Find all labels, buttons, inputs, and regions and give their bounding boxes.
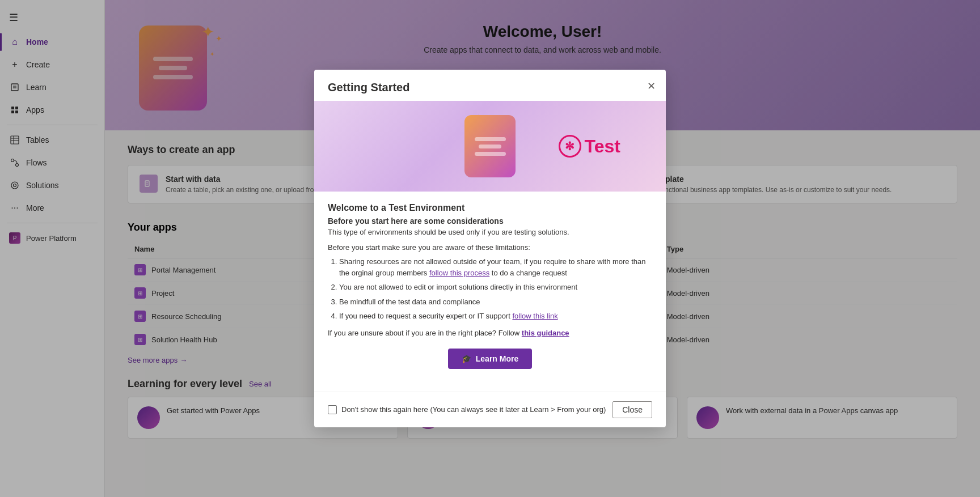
- modal-overlay: Getting Started ✕ ✦ ✦ ✦ ✼ Test: [0, 0, 980, 497]
- close-button[interactable]: Close: [612, 401, 652, 418]
- modal-follow-process-link[interactable]: follow this process: [429, 269, 489, 277]
- modal-list-item-3: Be mindfull of the test data and complia…: [339, 296, 652, 308]
- dont-show-text: Don't show this again here (You can alwa…: [341, 405, 606, 414]
- modal-list-item-4-text: If you need to request a security expert…: [339, 312, 512, 320]
- modal-body: Welcome to a Test Environment Before you…: [314, 192, 666, 392]
- modal-phone-bar-3: [475, 152, 506, 156]
- modal-description: This type of environments should be used…: [328, 228, 652, 236]
- dont-show-label[interactable]: Don't show this again here (You can alwa…: [328, 405, 606, 414]
- modal-phone-bar-2: [479, 145, 501, 148]
- modal-welcome-heading: Welcome to a Test Environment: [328, 203, 652, 213]
- modal-this-guidance-link[interactable]: this guidance: [522, 329, 569, 337]
- learn-more-button[interactable]: 🎓 Learn More: [448, 349, 532, 369]
- test-environment-logo: ✼ Test: [559, 135, 620, 158]
- getting-started-modal: Getting Started ✕ ✦ ✦ ✦ ✼ Test: [314, 70, 666, 427]
- modal-list-item-4: If you need to request a security expert…: [339, 311, 652, 322]
- modal-list-item-2: You are not allowed to edit or import so…: [339, 282, 652, 293]
- test-logo-text: Test: [585, 136, 620, 157]
- modal-header: Getting Started: [314, 70, 666, 101]
- modal-banner: ✦ ✦ ✦ ✼ Test: [314, 101, 666, 192]
- modal-title: Getting Started: [328, 81, 652, 94]
- modal-close-icon: ✕: [647, 80, 656, 92]
- test-snowflake-icon: ✼: [559, 135, 581, 158]
- dont-show-checkbox[interactable]: [328, 405, 337, 414]
- learn-more-icon: 🎓: [462, 354, 471, 363]
- modal-follow-link[interactable]: follow this link: [512, 312, 557, 320]
- modal-intro-text: Before you start make sure you are aware…: [328, 243, 652, 252]
- modal-guidance-before: If you are unsure about if you are in th…: [328, 329, 522, 337]
- modal-considerations-heading: Before you start here are some considera…: [328, 216, 652, 226]
- learn-more-label: Learn More: [476, 354, 518, 363]
- modal-list: Sharing resources are not allowed outsid…: [328, 256, 652, 322]
- modal-phone-bar-1: [475, 137, 506, 141]
- modal-footer: Don't show this again here (You can alwa…: [314, 392, 666, 427]
- modal-list-item-1: Sharing resources are not allowed outsid…: [339, 256, 652, 278]
- close-label: Close: [622, 405, 643, 414]
- modal-list-item-1-text-after: to do a change request: [489, 269, 567, 277]
- modal-close-button[interactable]: ✕: [645, 78, 658, 95]
- modal-phone-illustration: [464, 115, 516, 177]
- modal-guidance-text: If you are unsure about if you are in th…: [328, 329, 652, 337]
